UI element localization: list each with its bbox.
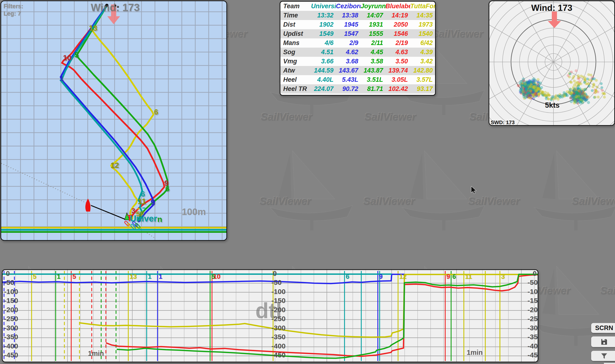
stat-value: 2050 (385, 20, 410, 29)
stat-value: 1945 (336, 20, 361, 29)
mouse-cursor-icon (471, 186, 478, 194)
race-map-panel[interactable]: Filters: Leg: 7 Wind: 173 100m 131051612… (0, 0, 227, 241)
sailviewer-watermark: SailViewer (260, 195, 311, 207)
event-label: 9 (379, 273, 383, 280)
stat-value: 142.80 (410, 66, 435, 75)
race-map-canvas[interactable] (1, 1, 226, 240)
team-name[interactable]: Bluelabe (385, 2, 410, 11)
minute-scale-left: 1min (88, 350, 104, 357)
map-label: 9 (151, 198, 155, 207)
table-row: Dist19021945193120501973 (280, 20, 435, 29)
axis-label: -45 (528, 351, 538, 359)
table-row: Mans4/62/92/112/196/42 (280, 39, 435, 48)
map-label: 5 (75, 51, 79, 59)
event-label: 9 (446, 273, 450, 280)
event-label: 13 (129, 273, 137, 280)
event-label: 5 (33, 273, 37, 280)
dtl-chart-panel[interactable]: dtl 0-50-100-150-200-250-300-350-400-450… (2, 269, 538, 362)
map-label: Univer (130, 214, 157, 224)
polar-swd-label: SWD: 173 (491, 119, 515, 126)
stat-value: 143.87 (361, 66, 385, 75)
stat-value: 1931 (361, 20, 385, 29)
partial-button[interactable] (604, 362, 615, 364)
stat-value: 3.05L (385, 75, 410, 84)
axis-label: -250 (4, 315, 18, 323)
stat-value: 143.67 (336, 66, 361, 75)
stat-value: 5.43L (336, 75, 361, 84)
table-row: Heel4.40L5.43L3.51L3.05L3.57L (280, 75, 435, 84)
stat-value: 4.39 (410, 48, 435, 57)
event-label: 6 (452, 273, 456, 280)
filters-title: Filters: (3, 3, 23, 10)
map-wind-label: Wind: 173 (91, 2, 140, 13)
stat-value: 14:19 (385, 11, 410, 20)
axis-label: 0 (273, 270, 277, 277)
filter-button[interactable] (591, 351, 615, 361)
table-row: Heel TR224.0790.7281.71102.4293.17 (280, 84, 435, 93)
sailviewer-app: SailViewerSailViewerSailViewerSailViewer… (0, 0, 615, 364)
screenshot-button[interactable]: SCRN (591, 323, 615, 333)
minute-scale-right: 1min (467, 349, 483, 356)
polar-panel[interactable]: Wind: 173 5kts SWD: 173 (489, 0, 615, 126)
wind-arrow-icon (547, 12, 561, 28)
axis-label: -150 (272, 297, 286, 305)
sailviewer-watermark: SailViewer (468, 195, 520, 207)
event-label: 6 (346, 273, 349, 280)
stat-value: 4.62 (336, 48, 361, 57)
team-name[interactable]: Cezibord (336, 2, 361, 11)
stat-value: 4.45 (361, 48, 385, 57)
save-button[interactable] (591, 337, 615, 347)
save-icon (600, 338, 608, 346)
table-row: Updist15491547155515461540 (280, 29, 435, 39)
event-label: 3 (501, 273, 505, 280)
event-label: 12 (399, 273, 407, 280)
stat-value: 1555 (361, 29, 385, 39)
axis-label: 0 (533, 270, 537, 277)
stat-value: 3.58 (361, 57, 385, 66)
axis-label: -25 (528, 315, 538, 323)
stat-value: 13:38 (336, 11, 361, 20)
event-label: 1 (57, 273, 61, 280)
stat-value: 3.50 (385, 57, 410, 66)
table-row: Atw144.59143.67143.87139.74142.80 (280, 66, 435, 75)
axis-label: -150 (4, 297, 18, 305)
axis-label: -450 (4, 351, 18, 359)
row-label: Heel TR (280, 84, 311, 93)
axis-label: -20 (528, 306, 538, 314)
event-label: 1 (148, 273, 152, 280)
stat-value: 6/42 (410, 39, 435, 48)
sailviewer-watermark: SailViewer (363, 195, 415, 207)
axis-label: -400 (272, 342, 286, 350)
row-label: Updist (280, 29, 311, 39)
stat-value: 2/9 (336, 39, 361, 48)
axis-label: -35 (528, 333, 538, 341)
table-row: Sog4.514.624.454.634.39 (280, 48, 435, 57)
sailviewer-watermark: SailViewer (364, 111, 416, 122)
team-name[interactable]: TuttaFor (410, 2, 435, 11)
axis-label: -400 (4, 342, 18, 350)
event-label: 1 (159, 273, 163, 280)
table-row: Time13:3213:3814:0714:1914:35 (280, 11, 435, 20)
axis-label: -40 (528, 342, 538, 350)
stat-value: 3.42 (410, 57, 435, 66)
stat-value: 3.68 (336, 57, 361, 66)
stat-value: 1547 (336, 29, 361, 39)
map-label: 11 (138, 197, 146, 206)
axis-label: -50 (528, 278, 538, 286)
map-label: 3 (131, 207, 135, 215)
row-label: Vmg (280, 57, 311, 66)
stat-value: 4.40L (311, 75, 336, 84)
stats-table-panel: TeamUniversiCezibordJoyrunneBluelabeTutt… (280, 1, 436, 96)
team-name[interactable]: Universi (311, 2, 336, 11)
map-label: 6 (165, 184, 170, 193)
axis-label: -15 (528, 297, 538, 305)
stat-value: 13:32 (311, 11, 336, 20)
axis-label: -350 (4, 333, 18, 341)
filter-icon (601, 352, 608, 360)
team-name[interactable]: Joyrunne (361, 2, 385, 11)
table-row: Vmg3.663.683.583.503.42 (280, 57, 435, 66)
axis-label: -250 (272, 315, 286, 323)
axis-label: -50 (4, 278, 14, 286)
axis-label: -100 (272, 288, 286, 296)
stat-value: 14:35 (410, 11, 435, 20)
